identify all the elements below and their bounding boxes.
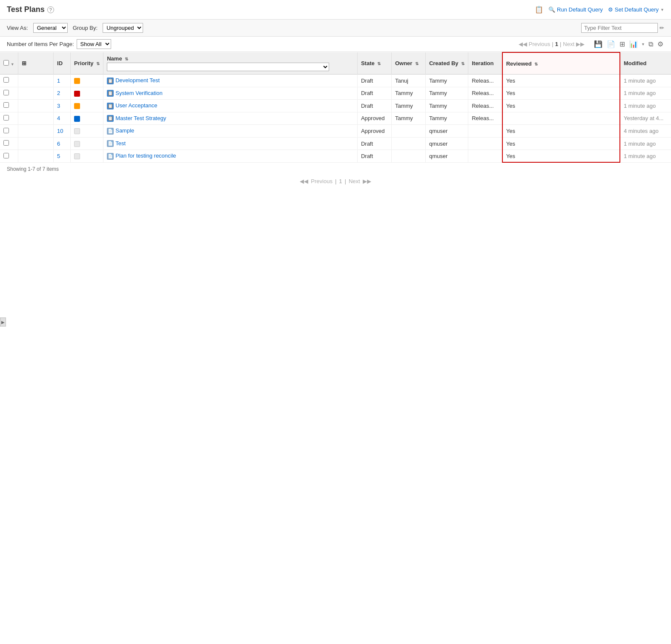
header-created-by[interactable]: Created By ⇅ xyxy=(425,52,468,75)
item-type-icon: 📋 xyxy=(107,78,114,84)
row-modified: 1 minute ago xyxy=(620,100,671,112)
row-iteration xyxy=(468,125,502,138)
row-priority xyxy=(71,125,103,138)
row-name: 📄Test xyxy=(103,137,358,150)
export-dropdown-arrow[interactable]: ▼ xyxy=(641,42,645,46)
new-item-icon[interactable]: 📄 xyxy=(606,39,616,49)
next-link-bottom[interactable]: Next xyxy=(349,178,360,184)
help-icon[interactable]: ? xyxy=(47,6,54,13)
row-priority xyxy=(71,100,103,112)
row-created-by: qmuser xyxy=(425,137,468,150)
table-row: 2 📋System Verification Draft Tammy Tammy… xyxy=(0,87,671,100)
table-row: 10 📄Sample Approved qmuser Yes 4 minutes… xyxy=(0,125,671,138)
row-actions-cell xyxy=(18,75,54,87)
select-all-checkbox[interactable] xyxy=(3,60,9,66)
row-name-link[interactable]: Sample xyxy=(115,127,134,134)
row-name-link[interactable]: User Acceptance xyxy=(115,102,157,109)
checkbox-dropdown-arrow[interactable]: ▼ xyxy=(11,62,14,66)
row-state: Draft xyxy=(357,137,391,150)
item-type-icon: 📋 xyxy=(107,90,114,97)
filter-input[interactable] xyxy=(581,23,658,33)
name-filter-select[interactable] xyxy=(107,63,329,71)
row-modified: 1 minute ago xyxy=(620,75,671,87)
row-id-link[interactable]: 2 xyxy=(57,90,60,96)
row-id-link[interactable]: 1 xyxy=(57,78,60,84)
reviewed-sort-icon: ⇅ xyxy=(534,62,538,66)
name-sort-icon: ⇅ xyxy=(125,57,128,61)
row-iteration: Releas... xyxy=(468,87,502,100)
row-modified: 4 minutes ago xyxy=(620,125,671,138)
row-checkbox[interactable] xyxy=(3,77,9,83)
header-iteration[interactable]: Iteration xyxy=(468,52,502,75)
set-query-dropdown-arrow: ▼ xyxy=(660,8,664,12)
copy-columns-icon[interactable]: ⧉ xyxy=(648,40,654,49)
item-type-icon: 📋 xyxy=(107,103,114,109)
row-id-link[interactable]: 5 xyxy=(57,153,60,159)
row-modified: 1 minute ago xyxy=(620,87,671,100)
previous-link-bottom[interactable]: Previous xyxy=(311,178,333,184)
header-owner[interactable]: Owner ⇅ xyxy=(391,52,425,75)
row-checkbox[interactable] xyxy=(3,128,9,133)
header-actions: 📋 🔍 Run Default Query ⚙ Set Default Quer… xyxy=(535,6,664,14)
row-id-link[interactable]: 10 xyxy=(57,128,63,134)
filter-icon[interactable]: ✏ xyxy=(660,25,664,31)
row-iteration: Releas... xyxy=(468,75,502,87)
row-state: Draft xyxy=(357,75,391,87)
grid-icon[interactable]: ⊞ xyxy=(619,39,626,49)
row-actions-cell xyxy=(18,137,54,150)
row-checkbox-cell xyxy=(0,112,18,125)
row-id-link[interactable]: 3 xyxy=(57,103,60,109)
row-priority xyxy=(71,112,103,125)
row-name: 📄Sample xyxy=(103,125,358,138)
row-id-link[interactable]: 6 xyxy=(57,141,60,147)
row-actions-cell xyxy=(18,125,54,138)
header-id[interactable]: ID xyxy=(54,52,71,75)
set-query-icon: ⚙ xyxy=(608,6,613,13)
bulk-actions-icon[interactable]: ⊞ xyxy=(22,60,26,66)
settings-icon[interactable]: ⚙ xyxy=(657,39,664,49)
next-last-icon-bottom: ▶▶ xyxy=(363,178,371,184)
save-icon[interactable]: 💾 xyxy=(593,39,603,49)
row-owner xyxy=(391,125,425,138)
current-page-bottom: 1 xyxy=(339,178,342,184)
row-name-link[interactable]: Development Test xyxy=(115,77,160,83)
group-by-select[interactable]: Ungrouped State Owner xyxy=(103,23,143,33)
row-checkbox[interactable] xyxy=(3,102,9,108)
header-reviewed[interactable]: Reviewed ⇅ xyxy=(502,52,620,75)
row-name: 📋System Verification xyxy=(103,87,358,100)
header-priority[interactable]: Priority ⇅ xyxy=(71,52,103,75)
header-actions-col: ⊞ xyxy=(18,52,54,75)
row-owner xyxy=(391,137,425,150)
row-state: Approved xyxy=(357,125,391,138)
row-checkbox[interactable] xyxy=(3,140,9,146)
row-checkbox[interactable] xyxy=(3,153,9,158)
items-per-page-select[interactable]: Show All 10 25 50 100 xyxy=(77,39,111,49)
priority-icon xyxy=(74,153,80,159)
header-name[interactable]: Name ⇅ xyxy=(103,52,358,75)
row-name-link[interactable]: Plan for testing reconcile xyxy=(115,152,176,159)
prev-first-icon-bottom: ◀◀ xyxy=(300,178,308,184)
row-name-link[interactable]: Master Test Strategy xyxy=(115,115,166,121)
row-checkbox[interactable] xyxy=(3,115,9,121)
table-body: 1 📋Development Test Draft Tanuj Tammy Re… xyxy=(0,75,671,163)
row-name-link[interactable]: Test xyxy=(115,140,126,147)
row-name-link[interactable]: System Verification xyxy=(115,90,163,96)
row-reviewed: Yes xyxy=(502,150,620,163)
row-reviewed: Yes xyxy=(502,75,620,87)
previous-link-top[interactable]: Previous xyxy=(529,41,551,47)
row-iteration xyxy=(468,137,502,150)
header-modified[interactable]: Modified xyxy=(620,52,671,75)
run-default-query-link[interactable]: 🔍 Run Default Query xyxy=(548,6,603,13)
next-link-top[interactable]: Next xyxy=(563,41,574,47)
row-name: 📋User Acceptance xyxy=(103,100,358,112)
row-id-link[interactable]: 4 xyxy=(57,115,60,121)
row-reviewed xyxy=(502,112,620,125)
priority-icon xyxy=(74,116,80,122)
view-as-select[interactable]: General Planning Detailed xyxy=(33,23,68,33)
current-page-top: 1 xyxy=(555,41,558,47)
row-checkbox[interactable] xyxy=(3,90,9,95)
header-state[interactable]: State ⇅ xyxy=(357,52,391,75)
pagination-footer: ◀◀ Previous | 1 | Next ▶▶ xyxy=(0,175,671,187)
set-default-query-link[interactable]: ⚙ Set Default Query ▼ xyxy=(608,6,664,13)
export-icon[interactable]: 📊 xyxy=(628,39,639,49)
